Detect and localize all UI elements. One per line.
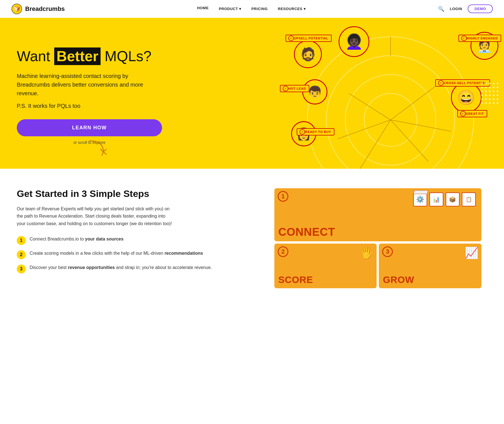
- logo-icon: 🍞: [11, 3, 22, 15]
- label-ready-to-buy: READY TO BUY: [297, 128, 334, 135]
- logo-text: Breadcrumbs: [25, 5, 65, 13]
- nav-resources[interactable]: RESOURCES ▾: [278, 7, 306, 11]
- search-icon[interactable]: 🔍: [438, 6, 444, 12]
- panel-num-2: 2: [278, 246, 288, 257]
- label-upsell: UPSELL POTENTIAL: [286, 35, 332, 42]
- hero-left: Want Better MQLs? Machine learning-assis…: [0, 18, 277, 169]
- comic-panel-grow: 3 📈 GROW: [379, 244, 481, 288]
- label-great-fit: GREAT FIT: [457, 110, 487, 117]
- face-bubble-2: 🧔: [294, 40, 322, 68]
- hero-description: Machine learning-assisted contact scorin…: [17, 72, 151, 98]
- step-num-3: 3: [17, 265, 26, 273]
- navbar: 🍞 Breadcrumbs HOME PRODUCT ▾ PRICING RES…: [0, 0, 504, 18]
- label-highly-engaged: HIGHLY ENGAGED: [458, 35, 501, 42]
- svg-text:🍞: 🍞: [13, 5, 20, 12]
- svg-line-7: [349, 94, 391, 120]
- step-item-3: 3 Discover your best revenue opportuniti…: [17, 264, 252, 273]
- nav-right: 🔍 LOGIN DEMO: [438, 4, 493, 13]
- steps-list: 1 Connect Breadcrumbs.io to your data so…: [17, 236, 252, 273]
- nav-product[interactable]: PRODUCT ▾: [219, 7, 241, 11]
- step-item-1: 1 Connect Breadcrumbs.io to your data so…: [17, 236, 252, 245]
- nav-pricing[interactable]: PRICING: [251, 7, 268, 11]
- step-text-3: Discover your best revenue opportunities…: [30, 264, 212, 271]
- login-button[interactable]: LOGIN: [450, 7, 462, 11]
- panel-num-1: 1: [278, 191, 288, 202]
- hero-title-bold: Better: [54, 47, 101, 65]
- hero-ps: P.S. It works for PQLs too: [17, 103, 260, 109]
- nav-links: HOME PRODUCT ▾ PRICING RESOURCES ▾: [197, 6, 306, 12]
- label-hot-lead: HOT LEAD: [280, 85, 309, 92]
- steps-title: Get Started in 3 Simple Steps: [17, 188, 252, 199]
- step-text-2: Create scoring models in a few clicks wi…: [30, 250, 203, 257]
- scroll-arrow-icon: [87, 138, 109, 160]
- step-num-2: 2: [17, 250, 26, 259]
- learn-how-button[interactable]: LEARN HOW: [17, 119, 162, 136]
- panel-word-grow: GROW: [383, 275, 477, 284]
- dots-pattern: [481, 83, 498, 104]
- steps-left: Get Started in 3 Simple Steps Our team o…: [17, 188, 252, 273]
- panel-word-score: SCORE: [278, 275, 373, 284]
- hero-section: Want Better MQLs? Machine learning-assis…: [0, 18, 504, 169]
- step-num-1: 1: [17, 236, 26, 245]
- panel-word-connect: CONNECT: [278, 226, 477, 237]
- steps-description: Our team of Revenue Experts will help yo…: [17, 205, 173, 227]
- panel-num-3: 3: [382, 246, 393, 257]
- hero-title: Want Better MQLs?: [17, 47, 260, 65]
- step-item-2: 2 Create scoring models in a few clicks …: [17, 250, 252, 259]
- chevron-down-icon: ▾: [304, 7, 306, 11]
- logo[interactable]: 🍞 Breadcrumbs: [11, 3, 65, 15]
- hero-illustration: 👩🏿‍🦱 🧔 🧑‍💼 👦 😄 👩 UPSELL POTENTIAL HIGHLY…: [277, 18, 504, 169]
- nav-home[interactable]: HOME: [197, 6, 209, 12]
- chevron-down-icon: ▾: [239, 7, 241, 11]
- steps-section: Get Started in 3 Simple Steps Our team o…: [0, 169, 504, 305]
- step-text-1: Connect Breadcrumbs.io to your data sour…: [30, 236, 123, 243]
- comic-panel-score: 2 🖐️ SCORE: [274, 244, 377, 288]
- demo-button[interactable]: DEMO: [468, 4, 493, 13]
- svg-line-8: [391, 86, 436, 120]
- face-bubble-1: 👩🏿‍🦱: [339, 26, 369, 57]
- face-bubble-5: 😄: [451, 82, 482, 113]
- comic-panels: 1 ⚙️ 📊 📦 📋 CONNECT 2: [274, 188, 481, 288]
- svg-point-2: [307, 37, 474, 169]
- comic-panel-connect: 1 ⚙️ 📊 📦 📋 CONNECT: [274, 188, 481, 241]
